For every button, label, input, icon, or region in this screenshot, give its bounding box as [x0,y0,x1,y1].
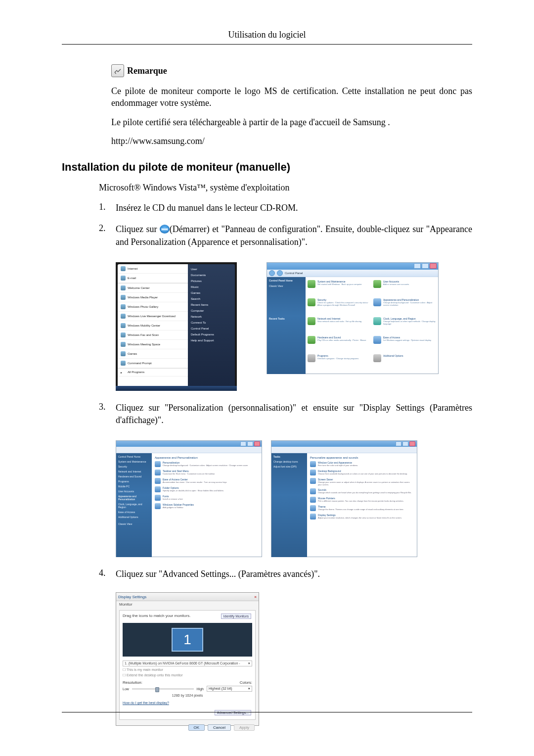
note-icon [111,64,124,77]
note-paragraph-1: Ce pilote de moniteur comporte le logo M… [111,85,472,109]
step-number: 2. [99,223,116,248]
step-number: 4. [99,568,116,580]
screenshot-start-menu: Internet E-mail Welcome Center Windows M… [116,262,237,391]
ok-button: OK [188,724,205,731]
footer-rule [62,712,472,712]
note-label: Remarque [127,66,167,76]
apply-button: Apply [234,724,255,731]
screenshot-appearance-personalization: Control Panel Home System and Maintenanc… [116,440,262,557]
section-heading: Installation du pilote de moniteur (manu… [62,161,472,174]
step-1-text: Insérez le CD du manuel dans le lecteur … [116,202,472,214]
chevron-down-icon: ▾ [248,662,250,665]
identify-monitors-button: Identify Monitors [221,614,251,619]
intro-line: Microsoft® Windows Vista™, système d'exp… [99,183,472,193]
step-2-text: Cliquez sur (Démarrer) et "Panneau de co… [116,223,472,248]
close-icon: × [254,595,257,599]
chevron-down-icon: ▾ [248,687,250,691]
note-url: http://www.samsung.com/ [111,135,472,147]
advanced-settings-button: Advanced Settings... [215,710,251,715]
page-header-title: Utilisation du logiciel [62,30,472,44]
screenshot-control-panel: Control Panel Control Panel Home Classic… [267,262,439,374]
screenshot-personalization: Tasks Change desktop icons Adjust font s… [271,440,417,557]
step-number: 1. [99,202,116,214]
windows-start-orb-icon [160,225,170,234]
step-number: 3. [99,402,116,426]
step-3-text: Cliquez sur "Personalization (personnali… [116,402,472,426]
note-paragraph-2: Le pilote certifié sera téléchargeable à… [111,116,472,128]
header-rule [62,44,472,45]
step-4-text: Cliquez sur "Advanced Settings... (Param… [116,568,472,580]
step-2-text-a: Cliquez sur [116,224,160,234]
cancel-button: Cancel [208,724,231,731]
monitor-icon: 1 [172,628,203,652]
screenshot-display-settings: Display Settings × Monitor Drag the icon… [116,592,259,726]
